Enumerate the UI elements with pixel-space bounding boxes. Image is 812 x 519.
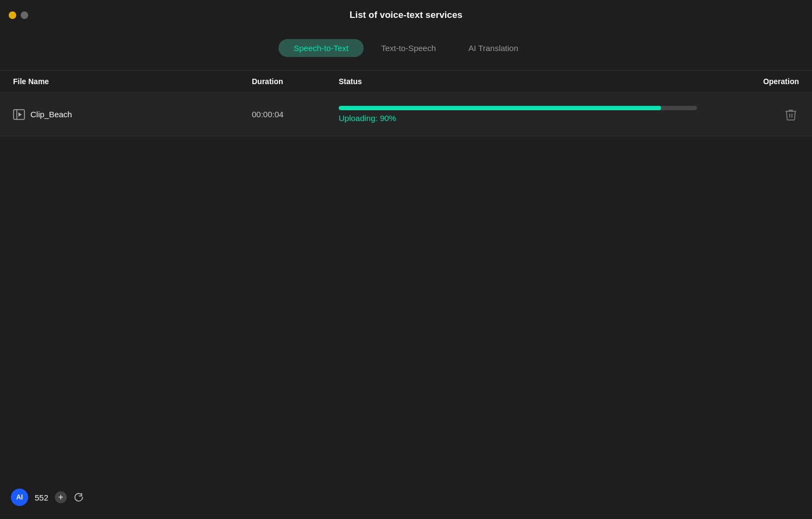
status-text: Uploading: 90% xyxy=(339,113,756,123)
status-cell: Uploading: 90% xyxy=(339,106,756,123)
bottom-bar: AI 552 + xyxy=(11,489,84,506)
refresh-button[interactable] xyxy=(73,492,84,503)
operation-cell xyxy=(756,106,799,123)
tab-text-to-speech[interactable]: Text-to-Speech xyxy=(366,39,451,57)
close-button[interactable] xyxy=(9,11,16,19)
add-credit-button[interactable]: + xyxy=(55,491,67,503)
duration-cell: 00:00:04 xyxy=(252,110,339,119)
table-row: Clip_Beach 00:00:04 Uploading: 90% xyxy=(0,93,812,136)
column-header-duration: Duration xyxy=(252,77,339,86)
column-header-status: Status xyxy=(339,77,756,86)
title-bar: List of voice-text services xyxy=(0,0,812,30)
progress-bar-fill xyxy=(339,106,661,110)
column-header-operation: Operation xyxy=(756,77,799,86)
delete-button[interactable] xyxy=(783,106,799,123)
tab-speech-to-text[interactable]: Speech-to-Text xyxy=(278,39,364,57)
table-container: File Name Duration Status Operation Clip… xyxy=(0,70,812,136)
credit-count: 552 xyxy=(35,493,48,502)
file-icon xyxy=(13,109,25,120)
window-controls xyxy=(9,11,28,19)
tab-bar: Speech-to-Text Text-to-Speech AI Transla… xyxy=(0,30,812,70)
table-header: File Name Duration Status Operation xyxy=(0,70,812,93)
file-name: Clip_Beach xyxy=(30,110,72,119)
tab-ai-translation[interactable]: AI Translation xyxy=(453,39,534,57)
svg-marker-2 xyxy=(18,112,22,117)
file-name-cell: Clip_Beach xyxy=(13,109,252,120)
minimize-button[interactable] xyxy=(21,11,28,19)
progress-bar-container xyxy=(339,106,697,110)
ai-badge: AI xyxy=(11,489,28,506)
page-title: List of voice-text services xyxy=(350,10,462,21)
column-header-filename: File Name xyxy=(13,77,252,86)
